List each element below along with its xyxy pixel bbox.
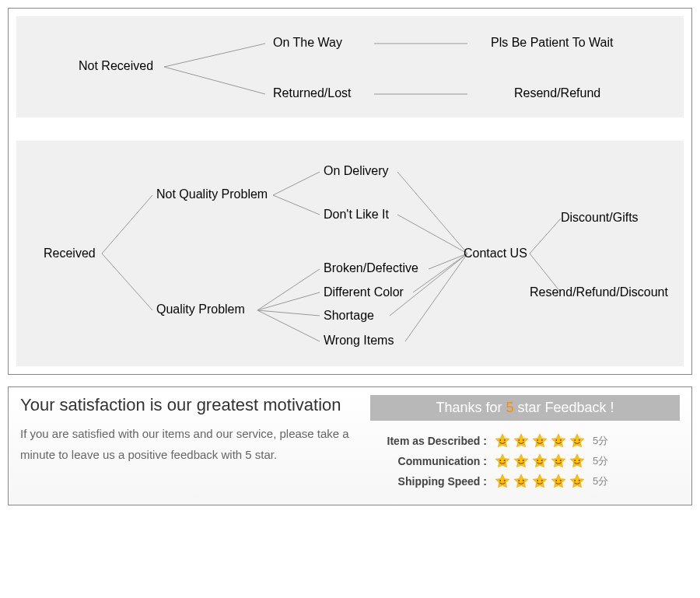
svg-line-13 xyxy=(397,215,467,254)
node-pls-wait: Pls Be Patient To Wait xyxy=(491,36,613,50)
flow-received: Received Not Quality Problem Quality Pro… xyxy=(16,141,684,366)
star-icon xyxy=(531,473,548,490)
svg-line-1 xyxy=(164,67,265,94)
stars xyxy=(493,453,586,470)
star-icon xyxy=(550,432,567,449)
node-discount-gifts: Discount/Gifts xyxy=(561,211,639,225)
star-icon xyxy=(494,453,511,470)
svg-line-6 xyxy=(273,172,320,195)
flow-not-received: Not Received On The Way Returned/Lost Pl… xyxy=(16,16,684,117)
node-diff-color: Different Color xyxy=(324,285,404,299)
node-dont-like: Don't Like It xyxy=(324,208,389,222)
star-icon xyxy=(494,432,511,449)
rating-row: Communication :5分 xyxy=(370,453,680,470)
svg-line-11 xyxy=(257,310,320,341)
node-broken: Broken/Defective xyxy=(324,261,418,275)
svg-line-10 xyxy=(257,310,320,316)
rating-row: Shipping Speed :5分 xyxy=(370,473,680,490)
star-icon xyxy=(569,432,586,449)
rating-row: Item as Described :5分 xyxy=(370,432,680,449)
feedback-right: Thanks for 5 star Feedback ! Item as Des… xyxy=(370,395,680,493)
star-icon xyxy=(531,432,548,449)
svg-line-4 xyxy=(102,195,152,254)
svg-line-8 xyxy=(257,269,320,310)
banner-five: 5 xyxy=(506,400,513,415)
node-resend-refund-discount: Resend/Refund/Discount xyxy=(530,285,668,299)
node-quality: Quality Problem xyxy=(156,302,245,316)
ratings-block: Item as Described :5分Communication :5分Sh… xyxy=(370,432,680,490)
node-wrong-items: Wrong Items xyxy=(324,334,394,348)
rating-score: 5分 xyxy=(593,474,608,488)
rating-score: 5分 xyxy=(593,434,608,448)
star-icon xyxy=(513,473,530,490)
node-on-delivery: On Delivery xyxy=(324,164,389,178)
svg-line-9 xyxy=(257,292,320,310)
star-icon xyxy=(569,453,586,470)
rating-label: Communication : xyxy=(370,455,493,467)
banner-pre: Thanks for xyxy=(436,400,506,415)
node-returned-lost: Returned/Lost xyxy=(273,86,352,100)
svg-line-14 xyxy=(429,254,467,269)
node-contact-us: Contact US xyxy=(464,247,527,261)
feedback-body: If you are satisfied with our items and … xyxy=(20,423,362,465)
svg-line-18 xyxy=(530,219,561,254)
node-on-the-way: On The Way xyxy=(273,36,342,50)
star-icon xyxy=(494,473,511,490)
svg-line-7 xyxy=(273,195,320,215)
node-not-received: Not Received xyxy=(79,59,153,73)
star-icon xyxy=(513,432,530,449)
star-icon xyxy=(569,473,586,490)
node-received: Received xyxy=(44,247,96,261)
node-resend-refund: Resend/Refund xyxy=(514,86,600,100)
stars xyxy=(493,473,586,490)
stars xyxy=(493,432,586,449)
svg-line-0 xyxy=(164,44,265,67)
star-icon xyxy=(550,473,567,490)
svg-line-12 xyxy=(397,172,467,254)
flow-panel: Not Received On The Way Returned/Lost Pl… xyxy=(8,8,692,375)
rating-score: 5分 xyxy=(593,454,608,468)
feedback-banner: Thanks for 5 star Feedback ! xyxy=(370,395,680,421)
svg-line-15 xyxy=(413,254,467,292)
feedback-title: Your satisfaction is our greatest motiva… xyxy=(20,395,362,415)
svg-line-5 xyxy=(102,254,152,310)
node-not-quality: Not Quality Problem xyxy=(156,187,268,201)
rating-label: Item as Described : xyxy=(370,435,493,447)
feedback-panel: Your satisfaction is our greatest motiva… xyxy=(8,386,692,505)
star-icon xyxy=(531,453,548,470)
node-shortage: Shortage xyxy=(324,309,374,323)
star-icon xyxy=(513,453,530,470)
feedback-left: Your satisfaction is our greatest motiva… xyxy=(20,395,370,493)
star-icon xyxy=(550,453,567,470)
banner-post: star Feedback ! xyxy=(513,400,614,415)
rating-label: Shipping Speed : xyxy=(370,475,493,488)
